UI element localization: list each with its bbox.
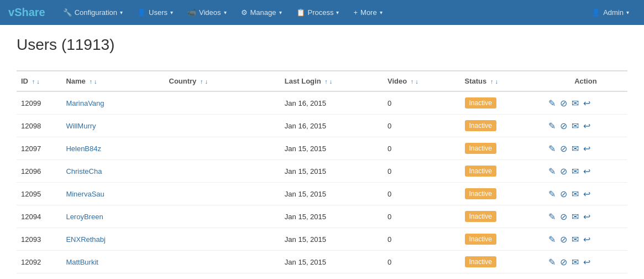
user-link[interactable]: ENXRethabj [66, 235, 106, 244]
block-icon[interactable]: ⊘ [560, 98, 567, 108]
user-link[interactable]: LeroyBreen [66, 213, 103, 221]
block-icon[interactable]: ⊘ [560, 143, 567, 154]
user-link[interactable]: HelenB84z [66, 144, 101, 153]
nav-process[interactable]: 📋 Process ▾ [290, 0, 346, 25]
user-link[interactable]: ChristeCha [66, 167, 102, 175]
cell-id: 12099 [17, 91, 61, 115]
block-icon[interactable]: ⊘ [560, 166, 567, 177]
login-icon[interactable]: ↩ [583, 166, 590, 177]
cell-last-login: Jan 15, 2015 [280, 160, 383, 183]
sort-arrows-status[interactable]: ↑ ↓ [490, 78, 498, 85]
action-icons: ✎ ⊘ ✉ ↩ [548, 98, 623, 108]
login-icon[interactable]: ↩ [583, 234, 590, 245]
email-icon[interactable]: ✉ [572, 189, 579, 199]
col-header-name: Name ↑ ↓ [61, 71, 164, 91]
table-row: 12097 HelenB84z Jan 15, 2015 0 Inactive … [17, 137, 627, 160]
navbar: vShare 🔧 Configuration ▾ 👤 Users ▾ 📹 Vid… [0, 0, 644, 25]
sort-arrows-name[interactable]: ↑ ↓ [89, 78, 97, 85]
cell-country [165, 91, 280, 115]
email-icon[interactable]: ✉ [572, 143, 579, 154]
edit-icon[interactable]: ✎ [548, 211, 556, 222]
page-title: Users (11913) [17, 36, 627, 59]
user-link[interactable]: MinervaSau [66, 190, 104, 198]
user-link[interactable]: WillMurry [66, 122, 96, 130]
block-icon[interactable]: ⊘ [560, 234, 567, 245]
block-icon[interactable]: ⊘ [560, 211, 567, 222]
nav-users-label: Users [149, 8, 167, 17]
sort-arrows-video[interactable]: ↑ ↓ [411, 78, 418, 85]
cell-id: 12092 [17, 251, 61, 273]
edit-icon[interactable]: ✎ [548, 257, 556, 267]
cell-action: ✎ ⊘ ✉ ↩ [544, 251, 627, 273]
login-icon[interactable]: ↩ [583, 257, 590, 267]
block-icon[interactable]: ⊘ [560, 189, 567, 199]
email-icon[interactable]: ✉ [572, 234, 579, 245]
status-badge: Inactive [465, 234, 496, 245]
sort-arrows-id[interactable]: ↑ ↓ [32, 78, 40, 85]
cell-action: ✎ ⊘ ✉ ↩ [544, 205, 627, 228]
nav-more[interactable]: + More ▾ [347, 0, 389, 25]
cell-id: 12095 [17, 183, 61, 205]
status-badge: Inactive [465, 143, 496, 154]
edit-icon[interactable]: ✎ [548, 98, 556, 108]
table-row: 12099 MarinaVang Jan 16, 2015 0 Inactive… [17, 91, 627, 115]
user-link[interactable]: MattBurkit [66, 258, 98, 266]
chevron-down-icon: ▾ [224, 9, 227, 16]
login-icon[interactable]: ↩ [583, 189, 590, 199]
edit-icon[interactable]: ✎ [548, 121, 556, 131]
user-link[interactable]: MarinaVang [66, 99, 104, 107]
action-icons: ✎ ⊘ ✉ ↩ [548, 143, 623, 154]
col-header-last-login: Last Login ↑ ↓ [280, 71, 383, 91]
edit-icon[interactable]: ✎ [548, 166, 556, 177]
login-icon[interactable]: ↩ [583, 98, 590, 108]
nav-admin[interactable]: 👤 Admin ▾ [585, 0, 636, 25]
manage-icon: ⚙ [241, 8, 248, 17]
status-badge: Inactive [465, 120, 496, 131]
chevron-down-icon: ▾ [120, 9, 123, 16]
block-icon[interactable]: ⊘ [560, 121, 567, 131]
nav-manage[interactable]: ⚙ Manage ▾ [234, 0, 289, 25]
block-icon[interactable]: ⊘ [560, 257, 567, 267]
cell-action: ✎ ⊘ ✉ ↩ [544, 137, 627, 160]
email-icon[interactable]: ✉ [572, 121, 579, 131]
email-icon[interactable]: ✉ [572, 166, 579, 177]
table-row: 12098 WillMurry Jan 16, 2015 0 Inactive … [17, 115, 627, 137]
chevron-down-icon: ▾ [279, 9, 282, 16]
col-header-action: Action [544, 71, 627, 91]
cell-action: ✎ ⊘ ✉ ↩ [544, 228, 627, 251]
sort-arrows-country[interactable]: ↑ ↓ [200, 78, 208, 85]
email-icon[interactable]: ✉ [572, 98, 579, 108]
edit-icon[interactable]: ✎ [548, 234, 556, 245]
brand-logo[interactable]: vShare [8, 6, 45, 19]
table-row: 12094 LeroyBreen Jan 15, 2015 0 Inactive… [17, 205, 627, 228]
nav-videos[interactable]: 📹 Videos ▾ [181, 0, 233, 25]
edit-icon[interactable]: ✎ [548, 189, 556, 199]
cell-country [165, 115, 280, 137]
cell-country [165, 228, 280, 251]
email-icon[interactable]: ✉ [572, 257, 579, 267]
nav-process-label: Process [308, 8, 334, 17]
nav-users[interactable]: 👤 Users ▾ [130, 0, 180, 25]
login-icon[interactable]: ↩ [583, 121, 590, 131]
cell-status: Inactive [460, 205, 544, 228]
cell-id: 12096 [17, 160, 61, 183]
table-row: 12093 ENXRethabj Jan 15, 2015 0 Inactive… [17, 228, 627, 251]
main-content: Users (11913) ID ↑ ↓ Name ↑ ↓ Country ↑ … [0, 25, 644, 279]
chevron-down-icon: ▾ [170, 9, 173, 16]
cell-name: HelenB84z [61, 137, 164, 160]
login-icon[interactable]: ↩ [583, 143, 590, 154]
email-icon[interactable]: ✉ [572, 211, 579, 222]
login-icon[interactable]: ↩ [583, 211, 590, 222]
cell-video: 0 [383, 115, 460, 137]
nav-videos-label: Videos [199, 8, 221, 17]
status-badge: Inactive [465, 97, 496, 108]
edit-icon[interactable]: ✎ [548, 143, 556, 154]
cell-last-login: Jan 15, 2015 [280, 137, 383, 160]
videos-icon: 📹 [187, 8, 196, 17]
cell-last-login: Jan 15, 2015 [280, 183, 383, 205]
sort-arrows-last-login[interactable]: ↑ ↓ [324, 78, 332, 85]
cell-id: 12097 [17, 137, 61, 160]
brand-share: Share [14, 6, 45, 18]
admin-user-icon: 👤 [591, 8, 600, 17]
nav-configuration[interactable]: 🔧 Configuration ▾ [56, 0, 129, 25]
